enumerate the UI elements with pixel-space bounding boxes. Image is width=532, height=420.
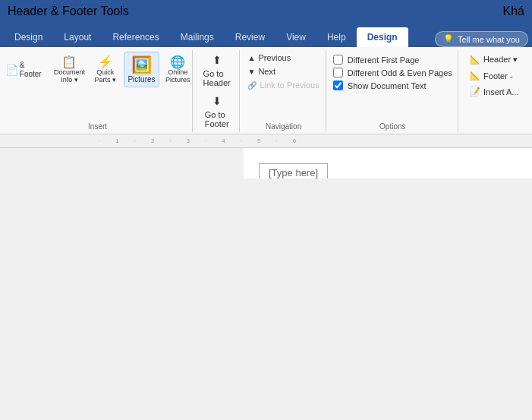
goto-header-label: Go toHeader [203, 69, 231, 87]
tab-mailings[interactable]: Mailings [170, 27, 225, 47]
link-icon: 🔗 [247, 81, 257, 90]
footer-pos-icon: 📐 [470, 71, 480, 81]
goto-group: ⬆ Go toHeader ⬇ Go toFooter [194, 50, 240, 132]
title-bar-left: Header & Footer Tools [8, 5, 129, 18]
lightbulb-icon: 💡 [443, 34, 454, 44]
title-bar-right: Khá [503, 5, 524, 18]
next-label: Next [258, 67, 275, 76]
footer-pos-label: Footer - [483, 71, 513, 81]
tab-design-active[interactable]: Design [357, 27, 408, 47]
insert-align-label: Insert A... [483, 87, 518, 96]
show-doc-text-label: Show Document Text [348, 81, 427, 90]
header-pos-icon: 📐 [470, 55, 480, 65]
goto-footer-label: Go toFooter [205, 110, 229, 128]
show-doc-text-checkbox[interactable] [333, 81, 343, 90]
different-odd-even-checkbox[interactable] [333, 68, 343, 77]
tab-references[interactable]: References [102, 27, 169, 47]
goto-header-icon: ⬆ [212, 54, 222, 66]
nav-items: ▲ Previous ▼ Next 🔗 Link to Previous [243, 52, 323, 91]
tell-me-text: Tell me what you [458, 35, 520, 44]
insert-align-btn[interactable]: 📝 Insert A... [465, 85, 523, 98]
different-first-option[interactable]: Different First Page [333, 55, 452, 65]
insert-label: Insert [88, 119, 107, 131]
tell-me-box[interactable]: 💡 Tell me what you [435, 31, 528, 47]
type-here-box[interactable]: [Type here] [259, 163, 328, 178]
tab-view[interactable]: View [275, 27, 316, 47]
tab-design[interactable]: Design [4, 27, 53, 47]
previous-btn[interactable]: ▲ Previous [243, 52, 295, 64]
insert-buttons: 📄 & Footer 📋 DocumentInfo ▾ ⚡ QuickParts… [2, 52, 194, 87]
header-position-btn[interactable]: 📐 Header ▾ [465, 53, 522, 66]
goto-header-btn[interactable]: ⬆ Go toHeader [199, 52, 235, 90]
quick-parts-icon: ⚡ [98, 55, 113, 69]
goto-buttons: ⬆ Go toHeader ⬇ Go toFooter [199, 52, 235, 131]
options-items: Different First Page Different Odd & Eve… [327, 52, 458, 93]
goto-footer-btn[interactable]: ⬇ Go toFooter [200, 93, 234, 131]
next-btn[interactable]: ▼ Next [243, 65, 280, 77]
ruler: ·1·2·3·4·5·6 [0, 134, 532, 148]
tab-review[interactable]: Review [225, 27, 275, 47]
insert-group: 📄 & Footer 📋 DocumentInfo ▾ ⚡ QuickParts… [3, 50, 193, 132]
doc-info-icon: 📋 [61, 55, 77, 69]
options-group: Different First Page Different Odd & Eve… [328, 50, 458, 132]
title-bar: Header & Footer Tools Khá [0, 0, 532, 23]
position-group: 📐 Header ▾ 📐 Footer - 📝 Insert A... [460, 50, 529, 132]
tab-help[interactable]: Help [316, 27, 357, 47]
position-items: 📐 Header ▾ 📐 Footer - 📝 Insert A... [462, 52, 526, 99]
header-label: & Footer [20, 61, 46, 79]
online-pictures-icon: 🌐 [170, 55, 185, 69]
previous-label: Previous [258, 53, 291, 62]
ribbon-tabs-right: 💡 Tell me what you [435, 31, 528, 47]
page-icon: 📄 [5, 64, 18, 76]
different-odd-even-label: Different Odd & Even Pages [348, 68, 452, 77]
show-doc-text-option[interactable]: Show Document Text [333, 81, 452, 90]
page-number-btn[interactable]: 📄 & Footer [2, 59, 49, 81]
header-pos-label: Header ▾ [483, 55, 518, 65]
different-first-checkbox[interactable] [333, 55, 343, 65]
pictures-btn[interactable]: 🖼️ Pictures [124, 52, 160, 87]
options-label: Options [379, 119, 405, 131]
online-pictures-btn[interactable]: 🌐 OnlinePictures [162, 53, 193, 86]
pictures-icon: 🖼️ [131, 55, 152, 75]
quick-parts-btn[interactable]: ⚡ QuickParts ▾ [90, 53, 121, 86]
link-label: Link to Previous [260, 81, 319, 90]
previous-icon: ▲ [247, 54, 255, 62]
navigation-label: Navigation [266, 119, 301, 131]
ruler-marks: ·1·2·3·4·5·6 [99, 137, 296, 144]
link-previous-btn: 🔗 Link to Previous [243, 79, 323, 91]
insert-align-icon: 📝 [470, 87, 480, 96]
goto-footer-icon: ⬇ [212, 95, 222, 107]
navigation-group: ▲ Previous ▼ Next 🔗 Link to Previous Nav… [241, 50, 326, 132]
footer-position-btn[interactable]: 📐 Footer - [465, 69, 518, 82]
ribbon-tabs: Design Layout References Mailings Review… [0, 23, 532, 47]
different-first-label: Different First Page [348, 55, 420, 65]
ribbon-content: 📄 & Footer 📋 DocumentInfo ▾ ⚡ QuickParts… [0, 47, 532, 134]
document-info-btn[interactable]: 📋 DocumentInfo ▾ [52, 53, 87, 86]
next-icon: ▼ [247, 68, 255, 76]
different-odd-even-option[interactable]: Different Odd & Even Pages [333, 68, 452, 77]
page-content: [Type here] Header Khái lược về văn nghị… [244, 148, 532, 178]
tab-layout[interactable]: Layout [53, 27, 102, 47]
